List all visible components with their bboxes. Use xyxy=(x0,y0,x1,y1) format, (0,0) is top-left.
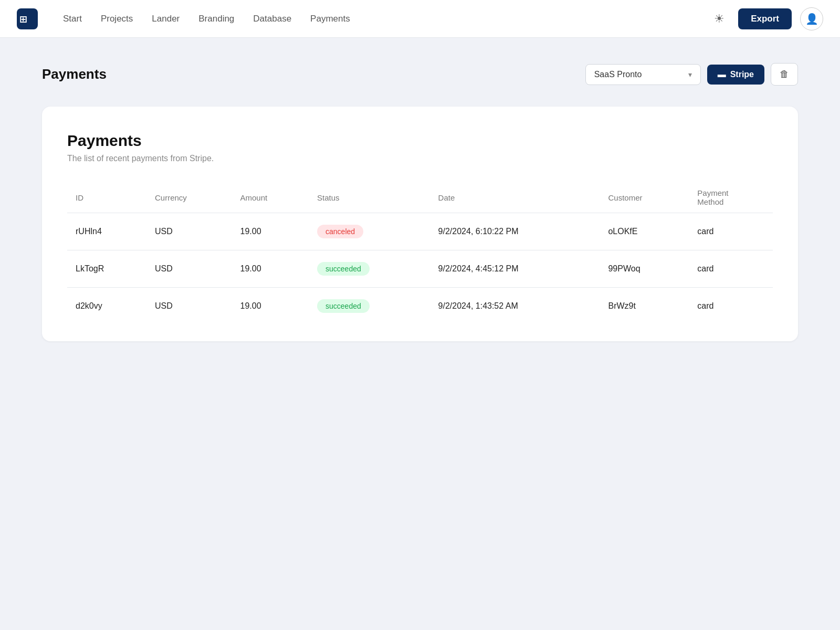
user-menu-button[interactable]: 👤 xyxy=(800,7,823,30)
chevron-down-icon: ▾ xyxy=(688,70,692,79)
card-title: Payments xyxy=(67,132,773,150)
cell-amount: 19.00 xyxy=(232,250,309,288)
logo[interactable]: ⊞ xyxy=(17,8,38,29)
nav-links: Start Projects Lander Branding Database … xyxy=(63,12,709,26)
user-icon: 👤 xyxy=(805,13,818,25)
cell-status: succeeded xyxy=(309,288,430,325)
cell-currency: USD xyxy=(146,250,232,288)
stripe-button-label: Stripe xyxy=(730,70,754,79)
top-bar-actions: SaaS Pronto ▾ ▬ Stripe 🗑 xyxy=(585,63,798,86)
nav-lander[interactable]: Lander xyxy=(152,12,180,26)
theme-toggle-button[interactable]: ☀ xyxy=(709,8,730,29)
card-icon: ▬ xyxy=(718,70,726,79)
col-currency: Currency xyxy=(146,182,232,213)
card-subtitle: The list of recent payments from Stripe. xyxy=(67,154,773,163)
table-row: LkTogR USD 19.00 succeeded 9/2/2024, 4:4… xyxy=(67,250,773,288)
export-button[interactable]: Export xyxy=(738,8,792,29)
cell-status: canceled xyxy=(309,213,430,250)
col-payment-method: PaymentMethod xyxy=(689,182,773,213)
table-row: rUHln4 USD 19.00 canceled 9/2/2024, 6:10… xyxy=(67,213,773,250)
cell-status: succeeded xyxy=(309,250,430,288)
payments-table: ID Currency Amount Status Date Customer … xyxy=(67,182,773,324)
status-badge: canceled xyxy=(317,225,363,238)
page-title: Payments xyxy=(42,66,107,82)
col-customer: Customer xyxy=(600,182,689,213)
status-badge: succeeded xyxy=(317,262,370,276)
svg-text:⊞: ⊞ xyxy=(20,13,27,26)
cell-amount: 19.00 xyxy=(232,213,309,250)
cell-currency: USD xyxy=(146,288,232,325)
cell-currency: USD xyxy=(146,213,232,250)
nav-projects[interactable]: Projects xyxy=(101,12,133,26)
cell-id: rUHln4 xyxy=(67,213,146,250)
col-date: Date xyxy=(430,182,600,213)
nav-start[interactable]: Start xyxy=(63,12,82,26)
cell-customer: BrWz9t xyxy=(600,288,689,325)
cell-id: d2k0vy xyxy=(67,288,146,325)
col-status: Status xyxy=(309,182,430,213)
cell-date: 9/2/2024, 1:43:52 AM xyxy=(430,288,600,325)
nav-branding[interactable]: Branding xyxy=(198,12,234,26)
table-header: ID Currency Amount Status Date Customer … xyxy=(67,182,773,213)
cell-payment-method: card xyxy=(689,213,773,250)
sun-icon: ☀ xyxy=(714,12,724,26)
table-row: d2k0vy USD 19.00 succeeded 9/2/2024, 1:4… xyxy=(67,288,773,325)
page-content: Payments SaaS Pronto ▾ ▬ Stripe 🗑 Paymen… xyxy=(0,38,840,366)
col-amount: Amount xyxy=(232,182,309,213)
payments-card: Payments The list of recent payments fro… xyxy=(42,107,798,341)
top-bar: Payments SaaS Pronto ▾ ▬ Stripe 🗑 xyxy=(42,63,798,86)
project-selector-value: SaaS Pronto xyxy=(594,70,682,79)
cell-customer: oLOKfE xyxy=(600,213,689,250)
trash-icon: 🗑 xyxy=(780,69,789,80)
cell-date: 9/2/2024, 4:45:12 PM xyxy=(430,250,600,288)
stripe-button[interactable]: ▬ Stripe xyxy=(707,65,764,85)
cell-payment-method: card xyxy=(689,288,773,325)
navbar: ⊞ Start Projects Lander Branding Databas… xyxy=(0,0,840,38)
cell-payment-method: card xyxy=(689,250,773,288)
cell-id: LkTogR xyxy=(67,250,146,288)
table-body: rUHln4 USD 19.00 canceled 9/2/2024, 6:10… xyxy=(67,213,773,325)
status-badge: succeeded xyxy=(317,299,370,313)
cell-customer: 99PWoq xyxy=(600,250,689,288)
cell-amount: 19.00 xyxy=(232,288,309,325)
nav-database[interactable]: Database xyxy=(253,12,291,26)
delete-button[interactable]: 🗑 xyxy=(771,63,798,86)
navbar-actions: ☀ Export 👤 xyxy=(709,7,823,30)
col-id: ID xyxy=(67,182,146,213)
nav-payments[interactable]: Payments xyxy=(310,12,350,26)
project-selector[interactable]: SaaS Pronto ▾ xyxy=(585,64,701,85)
cell-date: 9/2/2024, 6:10:22 PM xyxy=(430,213,600,250)
